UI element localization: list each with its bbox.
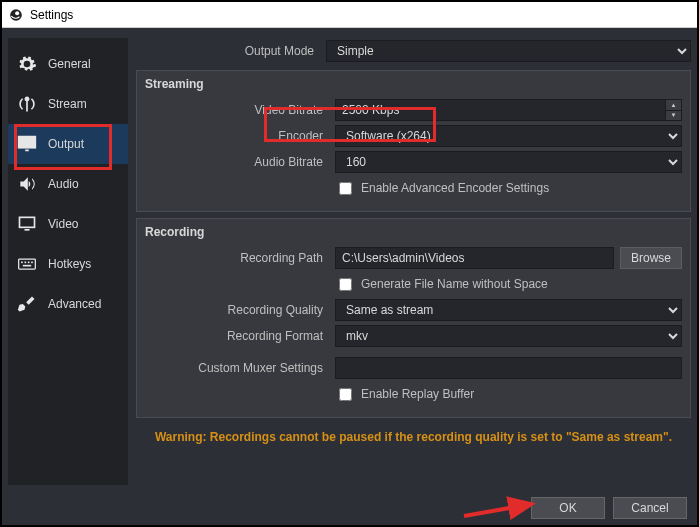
sidebar-item-stream[interactable]: Stream	[8, 84, 128, 124]
sidebar-item-label: General	[48, 57, 91, 71]
svg-rect-9	[31, 262, 33, 264]
svg-rect-6	[21, 262, 23, 264]
recording-path-input[interactable]	[335, 247, 614, 269]
svg-rect-3	[20, 217, 35, 227]
encoder-select[interactable]: Software (x264)	[335, 125, 682, 147]
encoder-row: Encoder Software (x264)	[145, 123, 682, 149]
audio-bitrate-row: Audio Bitrate 160	[145, 149, 682, 175]
recording-format-row: Recording Format mkv	[145, 323, 682, 349]
sidebar-item-audio[interactable]: Audio	[8, 164, 128, 204]
cancel-button[interactable]: Cancel	[613, 497, 687, 519]
keyboard-icon	[16, 253, 38, 275]
recording-group: Recording Recording Path Browse Generate…	[136, 218, 691, 418]
recording-quality-row: Recording Quality Same as stream	[145, 297, 682, 323]
video-bitrate-label: Video Bitrate	[145, 103, 335, 117]
output-mode-label: Output Mode	[136, 44, 326, 58]
settings-window: Settings General Stream Output	[0, 0, 699, 527]
sidebar-item-advanced[interactable]: Advanced	[8, 284, 128, 324]
recording-group-title: Recording	[145, 225, 682, 239]
replay-buffer-checkbox[interactable]: Enable Replay Buffer	[335, 385, 474, 404]
recording-quality-label: Recording Quality	[145, 303, 335, 317]
window-title: Settings	[30, 8, 73, 22]
sidebar-item-general[interactable]: General	[8, 44, 128, 84]
app-logo-icon	[8, 7, 24, 23]
gen-filename-checkbox[interactable]: Generate File Name without Space	[335, 275, 548, 294]
recording-quality-select[interactable]: Same as stream	[335, 299, 682, 321]
streaming-group: Streaming Video Bitrate ▲▼ Encoder Softw…	[136, 70, 691, 212]
video-bitrate-spinner[interactable]: ▲▼	[666, 99, 682, 121]
video-bitrate-input[interactable]	[335, 99, 666, 121]
svg-point-0	[10, 9, 22, 21]
sidebar-item-video[interactable]: Video	[8, 204, 128, 244]
replay-buffer-label: Enable Replay Buffer	[361, 387, 474, 401]
content-pane: Output Mode Simple Streaming Video Bitra…	[136, 38, 691, 485]
sidebar-item-output[interactable]: Output	[8, 124, 128, 164]
sidebar-item-hotkeys[interactable]: Hotkeys	[8, 244, 128, 284]
sidebar-item-label: Video	[48, 217, 78, 231]
speaker-icon	[16, 173, 38, 195]
audio-bitrate-select[interactable]: 160	[335, 151, 682, 173]
streaming-group-title: Streaming	[145, 77, 682, 91]
sidebar: General Stream Output Audio	[8, 38, 128, 485]
svg-rect-7	[25, 262, 27, 264]
svg-point-1	[15, 11, 19, 15]
sidebar-item-label: Audio	[48, 177, 79, 191]
recording-format-select[interactable]: mkv	[335, 325, 682, 347]
svg-rect-5	[19, 259, 36, 269]
tools-icon	[16, 293, 38, 315]
browse-button[interactable]: Browse	[620, 247, 682, 269]
svg-rect-8	[28, 262, 30, 264]
monitor-arrow-icon	[16, 133, 38, 155]
recording-path-label: Recording Path	[145, 251, 335, 265]
sidebar-item-label: Output	[48, 137, 84, 151]
sidebar-item-label: Stream	[48, 97, 87, 111]
video-bitrate-row: Video Bitrate ▲▼	[145, 97, 682, 123]
enable-advanced-checkbox[interactable]: Enable Advanced Encoder Settings	[335, 179, 549, 198]
muxer-row: Custom Muxer Settings	[145, 355, 682, 381]
audio-bitrate-label: Audio Bitrate	[145, 155, 335, 169]
muxer-label: Custom Muxer Settings	[145, 361, 335, 375]
encoder-label: Encoder	[145, 129, 335, 143]
monitor-icon	[16, 213, 38, 235]
gear-icon	[16, 53, 38, 75]
svg-rect-4	[25, 229, 30, 231]
output-mode-select[interactable]: Simple	[326, 40, 691, 62]
warning-text: Warning: Recordings cannot be paused if …	[136, 424, 691, 448]
recording-path-row: Recording Path Browse	[145, 245, 682, 271]
svg-rect-10	[23, 265, 31, 267]
gen-filename-label: Generate File Name without Space	[361, 277, 548, 291]
ok-button[interactable]: OK	[531, 497, 605, 519]
dialog-footer: OK Cancel	[2, 491, 697, 525]
title-bar: Settings	[2, 2, 697, 28]
output-mode-row: Output Mode Simple	[136, 38, 691, 64]
recording-format-label: Recording Format	[145, 329, 335, 343]
sidebar-item-label: Advanced	[48, 297, 101, 311]
sidebar-item-label: Hotkeys	[48, 257, 91, 271]
muxer-input[interactable]	[335, 357, 682, 379]
enable-advanced-label: Enable Advanced Encoder Settings	[361, 181, 549, 195]
antenna-icon	[16, 93, 38, 115]
